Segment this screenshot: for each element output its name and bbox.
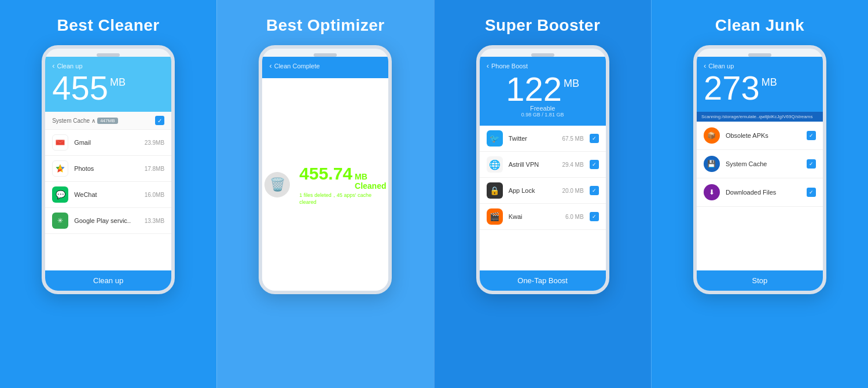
app-size: 20.0 MB (562, 188, 583, 194)
trash-icon: 🗑️ (264, 172, 290, 197)
junk-check: ✓ (807, 188, 816, 197)
panel-best-cleaner: Best Cleaner ‹ Clean up 455 MB System Ca… (0, 0, 216, 388)
list-item: 📦 Obsolete APKs ✓ (697, 122, 823, 150)
kwai-icon: 🎬 (487, 208, 503, 225)
junk-name: Obsolete APKs (726, 132, 801, 139)
list-item: 🐦 Twitter 67.5 MB ✓ (480, 126, 606, 152)
freeable-label: Freeable (487, 105, 599, 112)
app-name: Twitter (509, 135, 557, 142)
app-name: App Lock (509, 187, 557, 194)
app-check: ✓ (590, 186, 599, 195)
list-item: 💬 WeChat 16.0MB (45, 182, 171, 208)
wechat-icon: 💬 (52, 186, 68, 203)
phone-3-body: 🐦 Twitter 67.5 MB ✓ 🌐 Astrill VPN 29.4 M… (480, 126, 606, 270)
app-check: ✓ (590, 160, 599, 169)
app-check: ✓ (590, 212, 599, 221)
app-size: 23.9MB (145, 140, 164, 146)
download-icon: ⬇ (704, 184, 720, 200)
back-arrow-icon: ‹ (487, 61, 489, 70)
list-item: ⬇ Downloaded Files ✓ (697, 178, 823, 207)
phone-4-big-number: 273 MB (704, 71, 816, 105)
app-size: 16.0MB (145, 192, 164, 198)
phone-4-header: ‹ Clean up 273 MB (697, 57, 823, 112)
panel-1-title: Best Cleaner (57, 16, 160, 35)
phone-1-body: System Cache ∧ 447MB ✓ Gmail 23.9MB Phot… (45, 112, 171, 270)
app-name: WeChat (74, 191, 139, 198)
category-header: System Cache ∧ 447MB ✓ (45, 112, 171, 130)
phone-4-body: Scanning:/storage/emulate..qwlljblKcJgIV… (697, 112, 823, 270)
list-item: 💾 System Cache ✓ (697, 150, 823, 178)
phone-1-header: ‹ Clean up 455 MB (45, 57, 171, 112)
list-item: ✳ Google Play servic.. 13.3MB (45, 208, 171, 234)
storage-info: 0.98 GB / 1.81 GB (487, 112, 599, 118)
app-name: Photos (74, 165, 139, 172)
category-check: ✓ (155, 116, 164, 125)
app-size: 13.3MB (145, 218, 164, 224)
junk-name: System Cache (726, 160, 801, 167)
panel-2-title: Best Optimizer (266, 16, 385, 35)
panel-3-title: Super Booster (485, 16, 600, 35)
vpn-icon: 🌐 (487, 156, 503, 173)
category-badge: 447MB (97, 118, 117, 124)
twitter-icon: 🐦 (487, 130, 503, 147)
list-item: 🌐 Astrill VPN 29.4 MB ✓ (480, 152, 606, 178)
back-arrow-icon: ‹ (269, 61, 271, 70)
applock-icon: 🔒 (487, 182, 503, 199)
junk-check: ✓ (807, 131, 816, 140)
app-size: 29.4 MB (562, 162, 583, 168)
phone-mockup-3: ‹ Phone Boost 122 MB Freeable 0.98 GB / … (476, 45, 609, 294)
app-size: 6.0 MB (565, 214, 584, 220)
apk-icon: 📦 (704, 127, 720, 144)
phone-3-footer[interactable]: One-Tap Boost (480, 270, 606, 291)
app-name: Kwai (509, 213, 560, 220)
junk-name: Downloaded Files (726, 189, 801, 196)
phone-2-nav: ‹ Clean Complete (269, 61, 381, 70)
syscache-icon: 💾 (704, 156, 720, 172)
panel-clean-junk: Clean Junk ‹ Clean up 273 MB Scanning:/s… (651, 0, 868, 388)
clean-numbers: 455.74 MB Cleaned 1 files deleted，45 app… (299, 164, 386, 205)
panel-4-title: Clean Junk (715, 16, 804, 35)
list-item: Gmail 23.9MB (45, 130, 171, 156)
app-size: 17.8MB (145, 166, 164, 172)
clean-sub-text: 1 files deleted，45 apps' cache cleared (299, 192, 386, 205)
scan-path: Scanning:/storage/emulate..qwlljblKcJgIV… (697, 112, 823, 122)
category-title: System Cache ∧ 447MB (52, 118, 117, 124)
panel-best-optimizer: Best Optimizer ‹ Clean Complete 🗑️ 455.7… (216, 0, 433, 388)
phone-mockup-1: ‹ Clean up 455 MB System Cache ∧ 447MB ✓ (42, 45, 175, 294)
phone-4-footer[interactable]: Stop (697, 270, 823, 291)
list-item: Photos 17.8MB (45, 156, 171, 182)
app-name: Google Play servic.. (74, 217, 139, 224)
phone-2-header: ‹ Clean Complete (262, 57, 388, 78)
photos-icon (52, 160, 68, 177)
list-item: 🔒 App Lock 20.0 MB ✓ (480, 178, 606, 204)
phone-3-header: ‹ Phone Boost 122 MB Freeable 0.98 GB / … (480, 57, 606, 126)
phone-3-big-number: 122 MB (487, 72, 599, 106)
app-check: ✓ (590, 134, 599, 143)
app-name: Astrill VPN (509, 161, 557, 168)
app-name: Gmail (74, 139, 139, 146)
app-size: 67.5 MB (562, 136, 583, 142)
clean-complete-body: 🗑️ 455.74 MB Cleaned 1 files deleted，45 … (262, 78, 388, 291)
phone-3-nav: ‹ Phone Boost (487, 61, 599, 70)
phone-mockup-4: ‹ Clean up 273 MB Scanning:/storage/emul… (693, 45, 826, 294)
phone-1-big-number: 455 MB (52, 71, 164, 105)
junk-check: ✓ (807, 159, 816, 169)
gps-icon: ✳ (52, 213, 68, 229)
list-item: 🎬 Kwai 6.0 MB ✓ (480, 204, 606, 230)
cleaned-amount: 455.74 MB Cleaned (299, 164, 386, 191)
gmail-icon (52, 134, 68, 151)
panel-super-booster: Super Booster ‹ Phone Boost 122 MB Freea… (434, 0, 651, 388)
phone-1-footer[interactable]: Clean up (45, 270, 171, 291)
trash-container: 🗑️ 455.74 MB Cleaned 1 files deleted，45 … (264, 164, 386, 205)
phone-mockup-2: ‹ Clean Complete 🗑️ 455.74 MB Cleaned 1 … (259, 45, 392, 294)
